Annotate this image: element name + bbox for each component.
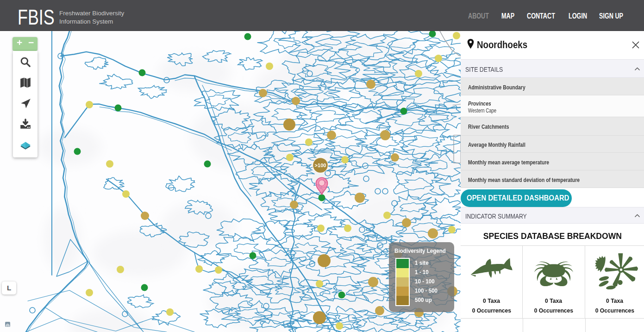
svg-text:>100: >100 — [315, 163, 326, 168]
